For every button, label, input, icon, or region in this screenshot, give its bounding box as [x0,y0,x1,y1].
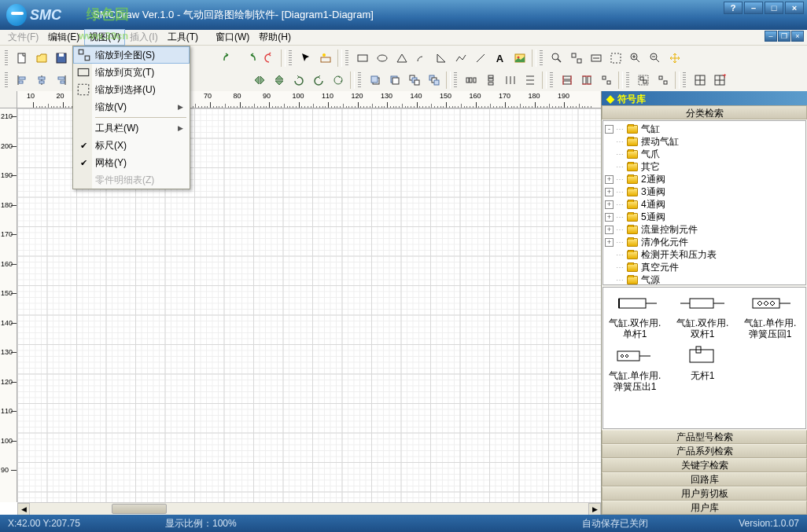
tree-item[interactable]: +⋯3通阀 [605,185,804,198]
ungroup-icon[interactable] [654,72,672,89]
zoom-plus-icon[interactable] [626,50,644,67]
dist-hg-icon[interactable] [501,72,519,89]
zoom-sel-icon[interactable] [606,50,625,67]
send-backward-icon[interactable] [425,72,443,89]
tree-item[interactable]: ⋯其它 [605,160,804,173]
rotate-right-icon[interactable] [309,72,327,89]
dist-h-icon[interactable] [462,72,480,89]
same-width-icon[interactable] [558,72,576,89]
dist-vg-icon[interactable] [521,72,539,89]
dd-toolbar[interactable]: 工具栏(W)▶ [73,119,190,137]
dd-zoom[interactable]: 缩放(V)▶ [73,98,190,116]
svg-rect-72 [583,76,586,84]
image-icon[interactable] [510,50,529,67]
open-file-icon[interactable] [32,50,50,67]
help-button[interactable]: ? [724,2,743,14]
group-icon[interactable] [634,72,652,89]
category-tree[interactable]: -⋯气缸⋯摆动气缸⋯气爪⋯其它+⋯2通阀+⋯3通阀+⋯4通阀+⋯5通阀+⋯流量控… [602,120,806,285]
toolbar-grip[interactable] [5,50,8,66]
dist-v-icon[interactable] [481,72,499,89]
btn-clipboard[interactable]: 用户剪切板 [602,486,807,501]
minimize-button[interactable]: – [744,2,763,14]
undo-icon[interactable] [220,50,238,67]
ellipse-icon[interactable] [373,50,391,67]
same-height-icon[interactable] [577,72,595,89]
maximize-button[interactable]: □ [765,2,783,14]
scroll-thumb[interactable] [112,504,167,514]
menu-file[interactable]: 文件(F) [3,29,43,46]
align-center-h-icon[interactable] [32,72,50,89]
flip-v-icon[interactable] [270,72,288,89]
section-category[interactable]: 分类检索 [602,105,807,119]
bring-forward-icon[interactable] [405,72,423,89]
triangle-icon[interactable] [392,50,411,67]
tree-item[interactable]: +⋯5通阀 [605,211,804,223]
bring-front-icon[interactable] [366,72,384,89]
preview-item[interactable]: 无杆1 [674,343,731,393]
align-right-icon[interactable] [52,72,70,89]
scroll-left-icon[interactable]: ◀ [17,503,30,515]
mdi-minimize[interactable]: – [765,31,777,42]
new-file-icon[interactable] [13,50,31,67]
btn-model-search[interactable]: 产品型号检索 [602,430,807,444]
right-triangle-icon[interactable] [432,50,450,67]
zoom-in-icon[interactable] [547,50,566,67]
tree-item[interactable]: ⋯气源 [605,273,804,285]
tree-item[interactable]: ⋯气爪 [605,148,804,160]
save-icon[interactable] [52,50,70,67]
menu-tools[interactable]: 工具(T) [163,29,203,46]
preview-item[interactable]: 气缸.单作用.弹簧压回1 [742,291,798,340]
scroll-right-icon[interactable]: ▶ [588,503,601,515]
btn-circuit-lib[interactable]: 回路库 [602,472,807,486]
dd-zoom-fit[interactable]: 缩放到全图(S) [73,46,190,64]
dd-zoom-width[interactable]: 缩放到页宽(T) [73,64,190,81]
btn-series-search[interactable]: 产品系列检索 [602,444,807,458]
insert-icon[interactable] [316,50,334,67]
tree-item[interactable]: +⋯流量控制元件 [605,223,804,236]
svg-rect-57 [470,78,472,83]
tree-item[interactable]: +⋯清净化元件 [605,236,804,248]
tree-item[interactable]: ⋯真空元件 [605,261,804,273]
tree-item[interactable]: +⋯4通阀 [605,198,804,211]
polyline-icon[interactable] [451,50,470,67]
preview-item[interactable]: 气缸.双作用.单杆1 [606,291,663,340]
pan-icon[interactable] [665,50,684,67]
same-size-icon[interactable] [597,72,615,89]
mdi-close[interactable]: × [791,31,804,42]
arc-icon[interactable] [412,50,430,67]
dd-zoom-select[interactable]: 缩放到选择(U) [73,81,190,98]
preview-item[interactable]: 气缸.双作用.双杆1 [674,291,731,340]
send-back-icon[interactable] [385,72,404,89]
close-button[interactable]: × [785,2,804,14]
text-icon[interactable]: A [491,50,509,67]
zoom-fit-icon [77,48,91,62]
dd-grid[interactable]: ✔网格(Y) [73,154,190,171]
btn-keyword-search[interactable]: 关键字检索 [602,458,807,472]
menu-window[interactable]: 窗口(W) [211,29,254,46]
flip-h-icon[interactable] [250,72,268,89]
zoom-fit-icon[interactable] [567,50,585,67]
tree-item[interactable]: -⋯气缸 [605,123,804,135]
tree-item[interactable]: +⋯2通阀 [605,173,804,185]
menu-insert[interactable]: 插入(I) [125,29,162,46]
mdi-restore[interactable]: ❐ [778,31,790,42]
btn-user-lib[interactable]: 用户库 [602,501,807,515]
rect-icon[interactable] [353,50,371,67]
dd-ruler[interactable]: ✔标尺(X) [73,137,190,154]
zoom-width-icon[interactable] [587,50,605,67]
redo-icon[interactable] [240,50,258,67]
grid4-icon[interactable] [691,72,709,89]
rotate-free-icon[interactable] [329,72,347,89]
rotate-left-icon[interactable] [289,72,308,89]
grid-plus-icon[interactable]: + [710,72,728,89]
tree-item[interactable]: ⋯检测开关和压力表 [605,248,804,261]
preview-item[interactable]: 气缸.单作用.弹簧压出1 [606,343,663,393]
line-icon[interactable] [471,50,489,67]
refresh-icon[interactable] [260,50,278,67]
zoom-minus-icon[interactable] [646,50,664,67]
tree-item[interactable]: ⋯摆动气缸 [605,135,804,148]
align-left-icon[interactable] [13,72,31,89]
pointer-icon[interactable] [297,50,315,67]
h-scrollbar[interactable]: ◀ ▶ [17,502,601,515]
menu-help[interactable]: 帮助(H) [254,29,296,46]
